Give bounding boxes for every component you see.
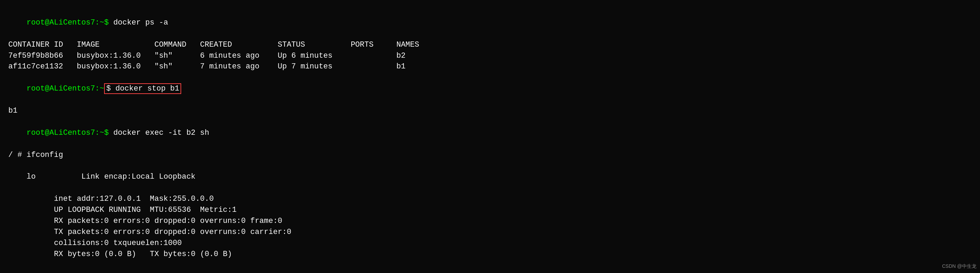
blank-line <box>8 260 972 271</box>
ifconfig-lo: lo Link encap:Local Loopback <box>8 160 972 194</box>
stop-output: b1 <box>8 105 972 116</box>
command-line-2: root@ALiCentos7:~$ docker stop b1 <box>8 72 972 105</box>
table-row-2: af11c7ce1132 busybox:1.36.0 "sh" 7 minut… <box>8 61 972 72</box>
ifconfig-collisions: collisions:0 txqueuelen:1000 <box>8 238 972 249</box>
table-row-1: 7ef59f9b8b66 busybox:1.36.0 "sh" 6 minut… <box>8 51 972 62</box>
watermark: CSDN @中生龙 <box>942 263 977 270</box>
command-text-1: docker ps -a <box>113 18 168 27</box>
ifconfig-bytes: RX bytes:0 (0.0 B) TX bytes:0 (0.0 B) <box>8 249 972 260</box>
shell-prompt-ifconfig: / # ifconfig <box>8 150 972 161</box>
lo-link: Link encap:Local Loopback <box>36 173 196 181</box>
terminal-window: root@ALiCentos7:~$ docker ps -a CONTAINE… <box>0 0 980 273</box>
ifconfig-tx-packets: TX packets:0 errors:0 dropped:0 overruns… <box>8 227 972 238</box>
prompt-3: root@ALiCentos7:~$ <box>27 129 113 137</box>
prompt-2: root@ALiCentos7:~ <box>27 84 104 93</box>
command-line-1: root@ALiCentos7:~$ docker ps -a <box>8 6 972 40</box>
ifconfig-rx-packets: RX packets:0 errors:0 dropped:0 overruns… <box>8 216 972 227</box>
lo-label: lo <box>27 173 36 181</box>
prompt-1: root@ALiCentos7:~$ <box>27 18 113 27</box>
command-line-3: root@ALiCentos7:~$ docker exec -it b2 sh <box>8 116 972 150</box>
ifconfig-up: UP LOOPBACK RUNNING MTU:65536 Metric:1 <box>8 205 972 216</box>
highlighted-command: $ docker stop b1 <box>104 83 181 94</box>
ifconfig-inet: inet addr:127.0.0.1 Mask:255.0.0.0 <box>8 194 972 205</box>
final-prompt-line[interactable]: / # <box>8 271 972 273</box>
table-header: CONTAINER ID IMAGE COMMAND CREATED STATU… <box>8 40 972 51</box>
command-text-3: docker exec -it b2 sh <box>113 129 209 137</box>
